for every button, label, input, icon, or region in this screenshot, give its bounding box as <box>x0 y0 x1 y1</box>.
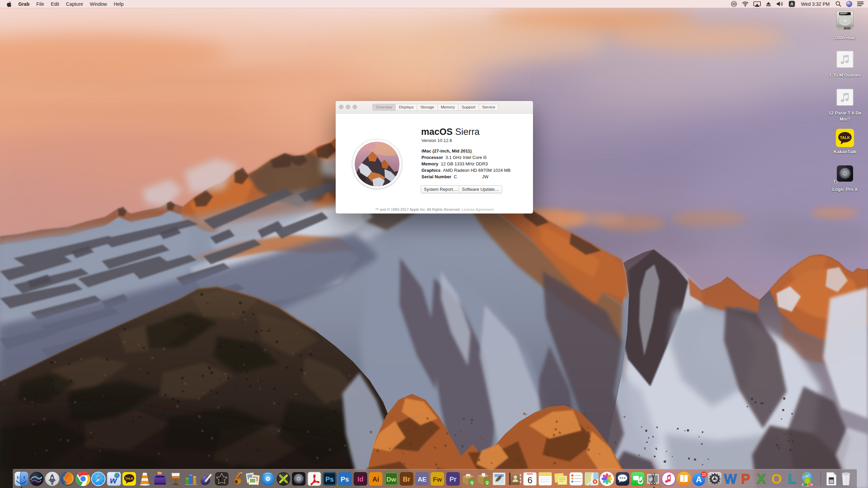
svg-text:W: W <box>724 471 737 486</box>
svg-text:A: A <box>790 2 793 6</box>
svg-text:X: X <box>757 471 766 486</box>
svg-text:AE: AE <box>418 476 427 483</box>
svg-text:O: O <box>771 471 782 486</box>
svg-text:Q: Q <box>486 481 489 485</box>
svg-text:Dw: Dw <box>387 476 396 483</box>
svg-text:Pr: Pr <box>449 475 456 483</box>
svg-text:Q: Q <box>471 481 473 485</box>
svg-text:TALK: TALK <box>840 136 850 140</box>
svg-text:Fw: Fw <box>433 476 442 483</box>
svg-text:P: P <box>741 471 750 486</box>
svg-text:Ps: Ps <box>326 475 334 483</box>
svg-text:6: 6 <box>528 475 532 485</box>
svg-text:Ps: Ps <box>341 475 349 483</box>
svg-text:Br: Br <box>403 475 410 483</box>
svg-text:TALK: TALK <box>125 477 133 480</box>
svg-text:w: w <box>110 475 117 485</box>
svg-text:A: A <box>696 475 702 484</box>
svg-text:13: 13 <box>702 473 706 476</box>
svg-text:Id: Id <box>357 475 363 483</box>
svg-text:Ai: Ai <box>372 475 379 483</box>
svg-text:L: L <box>788 471 796 486</box>
